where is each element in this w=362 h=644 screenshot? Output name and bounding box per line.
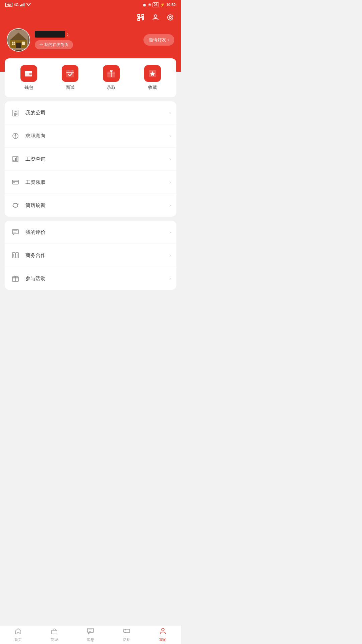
bluetooth-icon: ✳ [148,3,151,7]
svg-rect-56 [13,182,15,183]
arrow-icon: › [169,179,171,185]
svg-rect-5 [138,14,140,16]
svg-marker-49 [15,136,16,138]
profile-left: › ✏ 我的在线简历 [7,28,73,52]
profile-info: › ✏ 我的在线简历 [35,31,73,49]
battery-indicator: 26 [153,2,159,7]
username-row[interactable]: › [35,31,73,38]
salary-receive-item[interactable]: 工资领取 › [5,171,176,194]
svg-marker-48 [15,134,16,136]
offer-icon [103,65,120,82]
arrow-icon: › [169,276,171,281]
status-right: ⏰ ✳ 26 ⚡ 10:52 [142,2,176,7]
svg-point-12 [154,15,157,17]
credit-card-icon [10,177,21,187]
svg-rect-53 [16,157,17,161]
svg-point-4 [28,5,29,6]
offer-label: 录取 [107,85,116,91]
arrow-icon: › [169,253,171,258]
avatar[interactable] [7,28,30,52]
quick-actions-grid: 钱包 面试 [8,65,173,91]
profile-row: › ✏ 我的在线简历 邀请好友 › [7,28,174,52]
bar-chart-icon [10,154,21,164]
svg-rect-0 [20,5,21,6]
svg-rect-31 [66,70,74,77]
arrow-icon: › [169,133,171,139]
job-intention-item[interactable]: 求职意向 › [5,124,176,148]
resume-refresh-label: 简历刷新 [25,202,165,209]
offer-action[interactable]: 录取 [103,65,120,91]
svg-rect-6 [142,14,144,16]
svg-rect-52 [15,158,16,161]
svg-rect-24 [22,42,25,45]
resume-btn-label: 我的在线简历 [44,42,68,48]
favorites-icon [144,65,161,82]
username-arrow: › [67,32,69,37]
svg-rect-7 [138,18,140,20]
business-coop-label: 商务合作 [25,252,165,259]
arrow-icon: › [169,156,171,162]
handshake-icon [10,250,21,261]
quick-actions-card: 钱包 面试 [5,58,176,97]
header-icons-row [7,13,174,23]
charging-icon: ⚡ [160,3,165,7]
status-left: HD 4G [5,3,31,7]
svg-rect-3 [23,3,24,6]
list-group-2: 我的评价 › 商务合作 › [5,221,176,290]
interview-action[interactable]: 面试 [62,65,78,91]
svg-rect-22 [16,43,21,48]
compass-icon [10,130,21,141]
settings-icon[interactable] [166,13,174,23]
participate-label: 参与活动 [25,275,165,282]
arrow-icon: › [169,110,171,115]
interview-label: 面试 [66,85,74,91]
invite-btn-label: 邀请好友 › [149,37,169,43]
favorites-action[interactable]: 收藏 [144,65,161,91]
svg-point-13 [168,15,173,20]
svg-rect-42 [14,113,15,116]
favorites-label: 收藏 [148,85,157,91]
interview-icon [62,65,78,82]
signal-4g: 4G [14,3,19,7]
building-icon [10,107,21,118]
wallet-icon [20,65,37,82]
page-content: 钱包 面试 [0,58,181,317]
svg-point-14 [169,16,171,18]
svg-rect-43 [16,113,17,115]
participate-item[interactable]: 参与活动 › [5,267,176,290]
svg-rect-51 [13,160,14,161]
salary-query-item[interactable]: 工资查询 › [5,148,176,171]
salary-receive-label: 工资领取 [25,179,165,185]
resume-button[interactable]: ✏ 我的在线简历 [35,40,73,49]
business-coop-item[interactable]: 商务合作 › [5,244,176,267]
wallet-action[interactable]: 钱包 [20,65,37,91]
svg-rect-57 [12,229,18,234]
time-display: 10:52 [166,3,176,7]
status-bar: HD 4G ⏰ ✳ 26 ⚡ 10:52 [0,0,181,9]
arrow-icon: › [169,229,171,235]
svg-rect-1 [21,4,22,6]
list-group-1: 我的公司 › 求职意向 › [5,101,176,217]
refresh-icon [10,200,21,211]
invite-friend-button[interactable]: 邀请好友 › [143,34,174,46]
gift-box-icon [10,273,21,284]
my-review-item[interactable]: 我的评价 › [5,221,176,244]
wifi-icon [26,3,31,7]
svg-rect-54 [12,180,18,184]
job-intention-label: 求职意向 [25,133,165,139]
alarm-icon: ⏰ [142,3,147,7]
profile-icon[interactable] [152,13,160,23]
signal-bars [20,3,25,7]
username-block [35,31,65,38]
my-company-label: 我的公司 [25,110,165,116]
salary-query-label: 工资查询 [25,156,165,162]
my-company-item[interactable]: 我的公司 › [5,101,176,124]
my-review-label: 我的评价 [25,229,165,235]
svg-point-30 [30,73,31,74]
arrow-icon: › [169,203,171,208]
comment-icon [10,227,21,237]
scan-icon[interactable] [137,13,145,23]
wallet-label: 钱包 [24,85,33,91]
resume-refresh-item[interactable]: 简历刷新 › [5,194,176,217]
svg-rect-28 [25,71,32,73]
